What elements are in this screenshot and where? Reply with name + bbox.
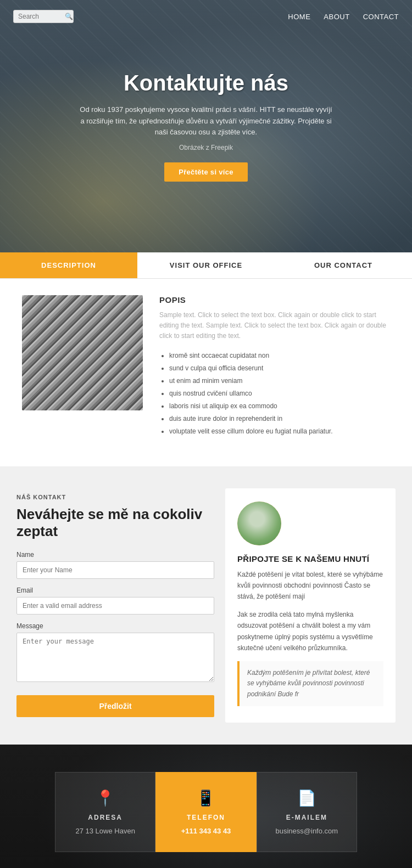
email-input[interactable] bbox=[16, 597, 214, 615]
list-item: duis aute irure dolor in reprehenderit i… bbox=[169, 414, 390, 424]
tab-our-contact[interactable]: OUR CONTACT bbox=[275, 252, 412, 278]
list-item: voluptate velit esse cillum dolore eu fu… bbox=[169, 426, 390, 436]
tab-visit-office[interactable]: VISIT OUR OFFICE bbox=[137, 252, 275, 278]
description-content: POPIS Sample text. Click to select the t… bbox=[159, 295, 390, 439]
info-heading: PŘIPOJTE SE K NAŠEMU HNUTÍ bbox=[237, 554, 383, 563]
footer-card-title-email: E-MAILEM bbox=[268, 814, 346, 821]
email-form-group: Email bbox=[16, 587, 214, 615]
description-image bbox=[22, 295, 143, 410]
phone-icon: 📱 bbox=[167, 789, 244, 807]
hero-section: Kontaktujte nás Od roku 1937 poskytujeme… bbox=[0, 0, 412, 252]
contact-section: NÁŠ KONTAKT Neváhejte se mě na cokoliv z… bbox=[0, 466, 412, 745]
name-label: Name bbox=[16, 551, 214, 559]
footer-phone-value: +111 343 43 43 bbox=[167, 827, 244, 835]
message-form-group: Message bbox=[16, 622, 214, 684]
hero-title: Kontaktujte nás bbox=[80, 71, 332, 95]
email-icon: 📄 bbox=[268, 789, 346, 807]
list-item: sund v culpa qui officia deserunt bbox=[169, 363, 390, 373]
nav-links: HOME ABOUT CONTACT bbox=[288, 13, 399, 21]
tab-description[interactable]: DESCRIPTION bbox=[0, 252, 137, 278]
email-label: Email bbox=[16, 587, 214, 594]
footer-email-value: business@info.com bbox=[268, 827, 346, 835]
nav-home[interactable]: HOME bbox=[288, 13, 310, 21]
nav-contact[interactable]: CONTACT bbox=[363, 13, 399, 21]
navbar: 🔍 HOME ABOUT CONTACT bbox=[0, 0, 412, 33]
list-item: ut enim ad minim veniam bbox=[169, 376, 390, 386]
footer-card-title-phone: TELEFON bbox=[167, 814, 244, 821]
name-input[interactable] bbox=[16, 561, 214, 579]
info-text-2: Jak se zrodila celá tato mylná myšlenka … bbox=[237, 609, 383, 654]
hero-subtitle: Od roku 1937 poskytujeme vysoce kvalitní… bbox=[80, 104, 332, 138]
search-box[interactable]: 🔍 bbox=[13, 10, 74, 23]
contact-form-col: NÁŠ KONTAKT Neváhejte se mě na cokoliv z… bbox=[16, 488, 214, 723]
footer-address-value: 27 13 Lowe Haven bbox=[66, 827, 144, 835]
hero-content: Kontaktujte nás Od roku 1937 poskytujeme… bbox=[69, 60, 343, 193]
avatar-image bbox=[237, 501, 281, 545]
footer: 📍 ADRESA 27 13 Lowe Haven 📱 TELEFON +111… bbox=[0, 745, 412, 868]
info-quote: Každým potěšením je přivítat bolest, kte… bbox=[237, 661, 383, 706]
contact-info-col: PŘIPOJTE SE K NAŠEMU HNUTÍ Každé potěšen… bbox=[225, 488, 396, 723]
nav-about[interactable]: ABOUT bbox=[324, 13, 349, 21]
contact-section-label: NÁŠ KONTAKT bbox=[16, 494, 214, 500]
hero-cta-button[interactable]: Přečtěte si více bbox=[164, 162, 247, 182]
address-icon: 📍 bbox=[66, 789, 144, 807]
avatar bbox=[237, 501, 281, 545]
tabs-bar: DESCRIPTION VISIT OUR OFFICE OUR CONTACT bbox=[0, 252, 412, 279]
list-item: quis nostrud cvičení ullamco bbox=[169, 388, 390, 398]
footer-card-phone: 📱 TELEFON +111 343 43 43 bbox=[155, 772, 256, 852]
footer-card-address: 📍 ADRESA 27 13 Lowe Haven bbox=[55, 772, 155, 852]
footer-card-title-address: ADRESA bbox=[66, 814, 144, 821]
description-list: kromě sint occaecat cupidatat non sund v… bbox=[159, 351, 390, 436]
search-icon: 🔍 bbox=[65, 13, 73, 20]
message-textarea[interactable] bbox=[16, 633, 214, 682]
description-text: Sample text. Click to select the text bo… bbox=[159, 310, 390, 342]
description-section: POPIS Sample text. Click to select the t… bbox=[0, 279, 412, 466]
list-item: kromě sint occaecat cupidatat non bbox=[169, 351, 390, 360]
message-label: Message bbox=[16, 622, 214, 630]
list-item: laboris nisi ut aliquip ex ea commodo bbox=[169, 401, 390, 411]
footer-card-email: 📄 E-MAILEM business@info.com bbox=[257, 772, 357, 852]
quote-text: Každým potěšením je přivítat bolest, kte… bbox=[247, 668, 376, 700]
info-text-1: Každé potěšení je vítat bolest, které se… bbox=[237, 569, 383, 602]
submit-button[interactable]: Předložit bbox=[16, 695, 214, 717]
contact-heading: Neváhejte se mě na cokoliv zeptat bbox=[16, 506, 214, 540]
description-title: POPIS bbox=[159, 295, 390, 305]
hero-credit: Obrázek z Freepik bbox=[80, 144, 332, 151]
search-input[interactable] bbox=[18, 13, 65, 20]
name-form-group: Name bbox=[16, 551, 214, 579]
footer-cards: 📍 ADRESA 27 13 Lowe Haven 📱 TELEFON +111… bbox=[0, 745, 412, 868]
